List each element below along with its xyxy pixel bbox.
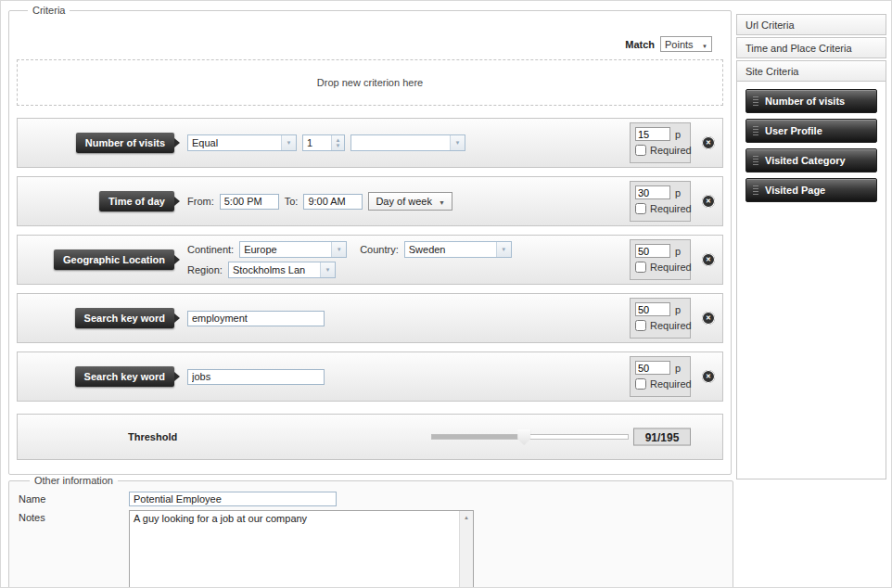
required-line: Required <box>635 378 685 390</box>
drag-grip-icon <box>753 156 758 166</box>
accordion-url-criteria[interactable]: Url Criteria <box>736 14 886 35</box>
criterion-badge-geographic-location[interactable]: Geographic Location <box>54 249 174 270</box>
criterion-label: Visited Page <box>765 185 825 196</box>
stepper-buttons[interactable] <box>331 135 344 150</box>
required-line: Required <box>635 203 685 214</box>
points-input[interactable] <box>635 185 670 199</box>
points-line: p <box>635 244 685 258</box>
row-controls: Equal 1 <box>187 134 615 151</box>
chevron-down-icon[interactable] <box>331 242 346 257</box>
region-label: Region: <box>187 264 223 275</box>
criterion-badge-time-of-day[interactable]: Time of day <box>99 191 174 211</box>
geo-lines: Continent: Europe Country: Sweden Region… <box>187 241 512 278</box>
points-input[interactable] <box>635 361 670 375</box>
threshold-slider[interactable] <box>431 434 629 440</box>
points-box: p Required <box>630 298 691 339</box>
points-input[interactable] <box>635 244 670 258</box>
visits-count-value: 1 <box>303 135 331 150</box>
points-suffix: p <box>675 246 681 257</box>
chevron-down-icon[interactable] <box>320 262 335 277</box>
name-row: Name <box>19 492 733 506</box>
time-to-input[interactable] <box>303 194 363 210</box>
threshold-slider-handle[interactable] <box>517 429 530 445</box>
chevron-down-icon[interactable] <box>496 242 511 257</box>
criteria-editor-page: { "criteria": { "legend": "Criteria", "m… <box>0 0 892 588</box>
name-label: Name <box>19 492 129 506</box>
spin-up-icon[interactable] <box>336 138 341 142</box>
criterion-label: Number of visits <box>765 96 845 107</box>
criteria-sidebar: Url Criteria Time and Place Criteria Sit… <box>736 14 886 479</box>
chevron-down-icon[interactable] <box>450 135 465 150</box>
continent-select[interactable]: Europe <box>239 241 347 258</box>
criterion-dropzone[interactable]: Drop new criterion here <box>17 59 723 106</box>
badge-arrow-icon <box>174 138 180 147</box>
accordion-label: Time and Place Criteria <box>745 43 852 54</box>
match-mode-select[interactable]: Points <box>660 36 712 52</box>
remove-criterion-button[interactable] <box>702 195 715 208</box>
spin-down-icon[interactable] <box>336 144 341 147</box>
accordion-time-and-place-criteria[interactable]: Time and Place Criteria <box>736 37 886 58</box>
badge-col: Search key word <box>18 308 181 328</box>
site-criteria-panel: Number of visits User Profile Visited Ca… <box>736 82 886 479</box>
criterion-row-number-of-visits: Number of visits Equal 1 p <box>17 118 723 168</box>
threshold-label: Threshold <box>128 431 177 442</box>
row-controls <box>187 311 615 326</box>
notes-field: A guy looking for a job at our company <box>129 510 474 588</box>
search-keyword-input[interactable] <box>187 311 325 326</box>
name-input[interactable] <box>129 492 337 506</box>
badge-col: Time of day <box>18 191 181 211</box>
region-value: Stockholms Lan <box>229 262 320 277</box>
draggable-criterion-user-profile[interactable]: User Profile <box>745 119 877 143</box>
threshold-row: Threshold 91/195 <box>17 414 723 460</box>
country-value: Sweden <box>405 242 496 257</box>
required-checkbox[interactable] <box>635 320 646 331</box>
points-suffix: p <box>675 187 681 198</box>
criterion-badge-number-of-visits[interactable]: Number of visits <box>76 133 174 153</box>
notes-row: Notes A guy looking for a job at our com… <box>19 510 733 588</box>
points-input[interactable] <box>635 127 670 141</box>
country-select[interactable]: Sweden <box>404 241 512 258</box>
threshold-value: 91/195 <box>633 428 691 446</box>
required-checkbox[interactable] <box>635 145 646 156</box>
points-box: p Required <box>630 181 691 222</box>
day-of-week-dropdown[interactable]: Day of week <box>368 192 452 211</box>
required-label: Required <box>650 320 692 331</box>
required-checkbox[interactable] <box>635 262 646 273</box>
remove-criterion-button[interactable] <box>702 312 715 325</box>
points-suffix: p <box>675 129 681 140</box>
remove-criterion-button[interactable] <box>702 370 715 383</box>
required-checkbox[interactable] <box>635 203 646 214</box>
required-line: Required <box>635 320 685 331</box>
chevron-down-icon[interactable] <box>281 135 296 150</box>
criterion-label: User Profile <box>765 125 822 136</box>
badge-col: Geographic Location <box>18 249 181 270</box>
badge-arrow-icon <box>174 197 180 206</box>
criterion-badge-search-keyword[interactable]: Search key word <box>75 308 174 328</box>
visits-extra-select[interactable] <box>350 134 465 151</box>
visits-operator-select[interactable]: Equal <box>187 134 297 151</box>
points-box: p Required <box>630 356 691 397</box>
visits-extra-value <box>351 135 450 150</box>
notes-textarea[interactable]: A guy looking for a job at our company <box>130 511 459 588</box>
criterion-badge-search-keyword[interactable]: Search key word <box>75 366 174 387</box>
notes-scrollbar[interactable] <box>459 511 473 588</box>
continent-value: Europe <box>240 242 331 257</box>
visits-count-stepper[interactable]: 1 <box>302 134 345 151</box>
draggable-criterion-visited-page[interactable]: Visited Page <box>745 178 877 202</box>
points-input[interactable] <box>635 302 670 316</box>
scroll-up-icon[interactable] <box>460 511 473 523</box>
remove-criterion-button[interactable] <box>702 136 715 149</box>
accordion-site-criteria[interactable]: Site Criteria <box>736 60 886 82</box>
points-suffix: p <box>675 304 681 315</box>
remove-criterion-button[interactable] <box>702 253 715 266</box>
badge-arrow-icon <box>174 372 180 381</box>
criterion-row-search-keyword-2: Search key word p Required <box>17 352 723 402</box>
draggable-criterion-visited-category[interactable]: Visited Category <box>745 148 877 173</box>
region-select[interactable]: Stockholms Lan <box>228 262 336 278</box>
time-from-input[interactable] <box>220 194 279 210</box>
draggable-criterion-number-of-visits[interactable]: Number of visits <box>745 89 877 113</box>
search-keyword-input[interactable] <box>187 369 325 385</box>
required-checkbox[interactable] <box>635 378 646 390</box>
criteria-legend: Criteria <box>28 5 70 16</box>
points-line: p <box>635 302 685 316</box>
